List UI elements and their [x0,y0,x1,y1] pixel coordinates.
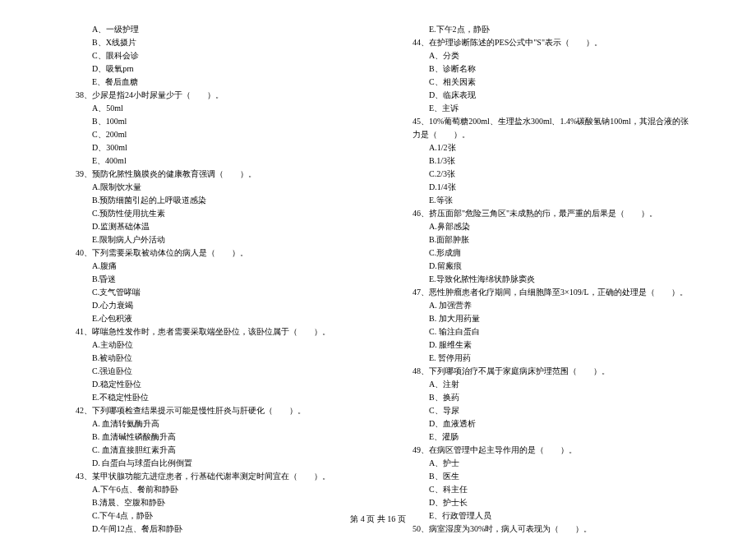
q42-option-b: B. 血清碱性磷酸酶升高 [66,430,353,444]
q37-option-a: A、一级护理 [66,23,353,36]
q38-option-c: C、200ml [66,128,353,141]
left-column: A、一级护理 B、X线摄片 C、眼科会诊 D、吸氧prn E、餐后血糖 38、少… [66,23,353,534]
q44-option-b: B、诊断名称 [403,62,690,76]
q44-option-e: E、主诉 [403,102,690,115]
q41-text: 41、哮喘急性发作时，患者需要采取端坐卧位，该卧位属于（ ）。 [66,325,353,338]
q42-text: 42、下列哪项检查结果提示可能是慢性肝炎与肝硬化（ ）。 [66,404,353,417]
q44-option-d: D、临床表现 [403,89,690,102]
q48-text: 48、下列哪项治疗不属于家庭病床护理范围（ ）。 [403,365,690,378]
q39-option-e: E.限制病人户外活动 [66,233,353,246]
q38-option-d: D、300ml [66,141,353,154]
q38-text: 38、少尿是指24小时尿量少于（ ）。 [66,89,353,102]
q41-option-a: A.主动卧位 [66,338,353,352]
q42-option-a: A. 血清转氨酶升高 [66,417,353,430]
q45-text: 45、10%葡萄糖200ml、生理盐水300ml、1.4%碳酸氢钠100ml，其… [403,115,690,141]
q40-text: 40、下列需要采取被动体位的病人是（ ）。 [66,246,353,260]
q40-option-e: E.心包积液 [66,312,353,325]
q47-option-c: C. 输注白蛋白 [403,325,690,338]
q38-option-e: E、400ml [66,154,353,168]
q41-option-c: C.强迫卧位 [66,365,353,378]
q45-option-a: A.1/2张 [403,141,690,154]
q39-option-a: A.限制饮水量 [66,181,353,194]
q46-option-c: C.形成痈 [403,246,690,260]
q46-option-d: D.留瘢痕 [403,260,690,273]
q41-option-e: E.不稳定性卧位 [66,391,353,404]
q47-option-d: D. 服维生素 [403,338,690,352]
q49-option-b: B、医生 [403,470,690,483]
q47-text: 47、恶性肿瘤患者化疗期间，白细胞降至3×109/L，正确的处理是（ ）。 [403,286,690,299]
q42-option-c: C. 血清直接胆红素升高 [66,444,353,457]
q49-option-c: C、科主任 [403,483,690,496]
q43-option-b: B.清晨、空腹和静卧 [66,496,353,509]
q37-option-e: E、餐后血糖 [66,76,353,89]
q38-option-a: A、50ml [66,102,353,115]
q48-option-a: A、注射 [403,378,690,391]
q49-option-a: A、护士 [403,457,690,470]
q37-option-d: D、吸氧prn [66,62,353,76]
q46-option-a: A.鼻部感染 [403,220,690,233]
q41-option-d: D.稳定性卧位 [66,378,353,391]
q40-option-b: B.昏迷 [66,273,353,286]
q47-option-e: E. 暂停用药 [403,352,690,365]
q48-option-e: E、灌肠 [403,430,690,444]
q44-option-c: C、相关因素 [403,76,690,89]
q47-option-a: A. 加强营养 [403,299,690,312]
q46-option-e: E.导致化脓性海绵状静脉窦炎 [403,273,690,286]
q48-option-b: B、换药 [403,391,690,404]
q40-option-c: C.支气管哮喘 [66,286,353,299]
q40-option-d: D.心力衰竭 [66,299,353,312]
q40-option-a: A.腹痛 [66,260,353,273]
right-column: E.下午2点，静卧 44、在护理诊断陈述的PES公式中"S"表示（ ）。 A、分… [403,23,690,534]
q48-option-c: C、导尿 [403,404,690,417]
q43-text: 43、某甲状腺功能亢进症患者，行基础代谢率测定时间宜在（ ）。 [66,470,353,483]
q46-option-b: B.面部肿胀 [403,233,690,246]
q43-option-e: E.下午2点，静卧 [403,23,690,36]
q49-text: 49、在病区管理中起主导作用的是（ ）。 [403,444,690,457]
q49-option-d: D、护士长 [403,496,690,509]
q48-option-d: D、血液透析 [403,417,690,430]
q38-option-b: B、100ml [66,115,353,128]
q39-option-d: D.监测基础体温 [66,220,353,233]
q39-text: 39、预防化脓性脑膜炎的健康教育强调（ ）。 [66,168,353,181]
document-columns: A、一级护理 B、X线摄片 C、眼科会诊 D、吸氧prn E、餐后血糖 38、少… [66,23,690,534]
q39-option-c: C.预防性使用抗生素 [66,207,353,220]
q45-option-b: B.1/3张 [403,154,690,168]
q45-option-e: E.等张 [403,194,690,207]
q45-option-c: C.2/3张 [403,168,690,181]
q44-option-a: A、分类 [403,49,690,62]
q44-text: 44、在护理诊断陈述的PES公式中"S"表示（ ）。 [403,36,690,49]
page-footer: 第 4 页 共 16 页 [0,513,756,526]
q46-text: 46、挤压面部"危险三角区"未成熟的疖，最严重的后果是（ ）。 [403,207,690,220]
q41-option-b: B.被动卧位 [66,352,353,365]
q43-option-a: A.下午6点、餐前和静卧 [66,483,353,496]
q47-option-b: B. 加大用药量 [403,312,690,325]
q45-option-d: D.1/4张 [403,181,690,194]
q42-option-d: D. 白蛋白与球蛋白比例倒置 [66,457,353,470]
q39-option-b: B.预防细菌引起的上呼吸道感染 [66,194,353,207]
q37-option-c: C、眼科会诊 [66,49,353,62]
q37-option-b: B、X线摄片 [66,36,353,49]
